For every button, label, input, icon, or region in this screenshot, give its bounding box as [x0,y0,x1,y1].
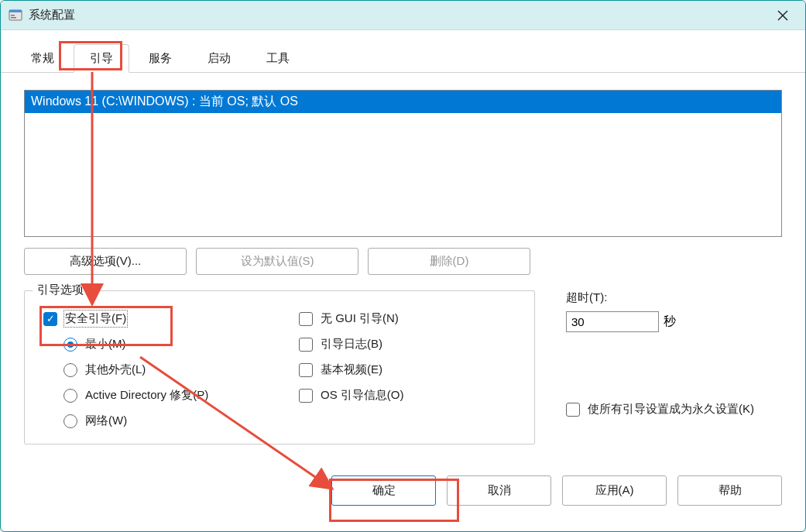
lower-section: 引导选项 安全引导(F) 最小(M) 其他外壳(L) [24,290,782,444]
no-gui-checkbox[interactable]: 无 GUI 引导(N) [299,311,516,326]
tab-general[interactable]: 常规 [15,44,70,72]
alt-shell-radio[interactable]: 其他外壳(L) [43,362,299,377]
svg-rect-2 [11,15,15,16]
alt-shell-label: 其他外壳(L) [85,362,146,377]
os-list-item[interactable]: Windows 11 (C:\WINDOWS) : 当前 OS; 默认 OS [25,91,781,113]
no-gui-label: 无 GUI 引导(N) [321,311,399,326]
minimal-radio[interactable]: 最小(M) [43,337,299,352]
window-title: 系统配置 [29,8,768,22]
help-button[interactable]: 帮助 [677,475,782,506]
msconfig-window: 系统配置 常规 引导 服务 启动 工具 Windows 11 (C:\WINDO… [0,0,806,532]
checkbox-icon [299,363,313,377]
permanent-label: 使所有引导设置成为永久设置(K) [588,402,754,417]
right-panel: 超时(T): 秒 使所有引导设置成为永久设置(K) [566,290,782,444]
radio-icon [63,363,77,377]
list-buttons-row: 高级选项(V)... 设为默认值(S) 删除(D) [24,248,782,275]
dialog-buttons: 确定 取消 应用(A) 帮助 [1,460,805,521]
tab-content: Windows 11 (C:\WINDOWS) : 当前 OS; 默认 OS 高… [1,73,805,460]
svg-rect-1 [9,10,22,12]
tab-startup[interactable]: 启动 [191,44,247,72]
safe-boot-checkbox[interactable]: 安全引导(F) [43,311,299,326]
tab-services[interactable]: 服务 [132,44,188,72]
network-radio[interactable]: 网络(W) [43,414,299,428]
ad-repair-label: Active Directory 修复(P) [85,388,208,403]
close-button[interactable] [768,1,797,30]
boot-log-checkbox[interactable]: 引导日志(B) [299,337,516,352]
set-default-button[interactable]: 设为默认值(S) [196,248,358,275]
timeout-label: 超时(T): [566,290,782,305]
tab-tools[interactable]: 工具 [250,44,306,72]
checkbox-icon [299,338,313,352]
timeout-input[interactable] [566,311,659,332]
cancel-button[interactable]: 取消 [447,475,551,506]
tab-bar: 常规 引导 服务 启动 工具 [1,30,805,73]
svg-rect-3 [11,17,16,19]
safe-boot-label: 安全引导(F) [65,311,126,326]
base-video-label: 基本视频(E) [321,362,382,377]
network-label: 网络(W) [85,414,127,428]
titlebar: 系统配置 [1,1,805,30]
apply-button[interactable]: 应用(A) [562,475,667,506]
tab-boot[interactable]: 引导 [74,44,129,73]
close-icon [777,10,788,21]
permanent-checkbox[interactable]: 使所有引导设置成为永久设置(K) [566,402,782,417]
boot-options-legend: 引导选项 [33,283,88,297]
boot-options-group: 引导选项 安全引导(F) 最小(M) 其他外壳(L) [24,290,535,444]
checkbox-icon [566,403,580,417]
advanced-options-button[interactable]: 高级选项(V)... [24,248,187,275]
minimal-label: 最小(M) [85,337,126,352]
os-boot-info-label: OS 引导信息(O) [321,388,404,403]
checkbox-icon [299,389,313,403]
boot-log-label: 引导日志(B) [321,337,382,352]
app-icon [9,9,22,22]
delete-button[interactable]: 删除(D) [368,248,530,275]
ad-repair-radio[interactable]: Active Directory 修复(P) [43,388,299,403]
radio-icon [63,338,77,352]
os-boot-list[interactable]: Windows 11 (C:\WINDOWS) : 当前 OS; 默认 OS [24,90,782,237]
checkbox-icon [299,312,313,326]
timeout-unit: 秒 [664,314,676,330]
radio-icon [63,389,77,403]
os-boot-info-checkbox[interactable]: OS 引导信息(O) [299,388,516,403]
checkbox-icon [43,312,57,326]
ok-button[interactable]: 确定 [331,475,436,506]
base-video-checkbox[interactable]: 基本视频(E) [299,362,516,377]
radio-icon [63,414,77,428]
